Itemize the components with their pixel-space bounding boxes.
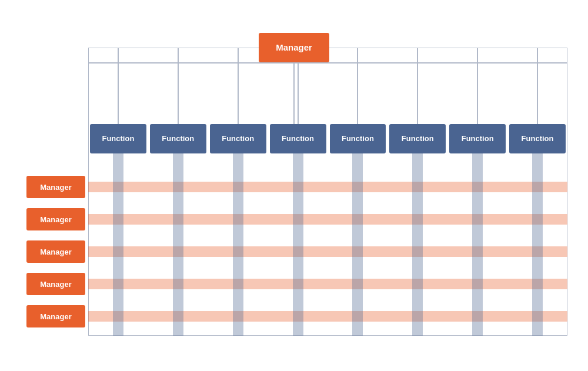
managers-column: ManagerManagerManagerManagerManager [24,171,88,333]
org-chart: Manager FunctionFunctionFunctionFunction… [12,15,576,356]
manager-label-1: Manager [26,208,85,230]
top-manager-label: Manager [276,42,312,52]
bottom-vline-1 [173,153,183,336]
column-lines [88,153,567,336]
function-box-4: Function [330,124,386,153]
bottom-vline-3 [293,153,303,336]
top-vline-5 [417,48,418,124]
manager-label-3: Manager [26,273,85,295]
function-box-7: Function [509,124,566,153]
top-vline-2 [238,48,239,124]
function-box-6: Function [449,124,506,153]
functions-row: FunctionFunctionFunctionFunctionFunction… [88,124,567,153]
top-vline-0 [118,48,119,124]
bottom-vline-0 [113,153,123,336]
top-manager-box: Manager [259,33,329,62]
top-vline-7 [537,48,538,124]
top-vline-1 [178,48,179,124]
function-box-0: Function [90,124,146,153]
manager-label-2: Manager [26,240,85,263]
bottom-vline-2 [233,153,243,336]
manager-box-0: Manager [24,171,88,203]
manager-label-4: Manager [26,305,85,327]
bottom-vline-6 [472,153,483,336]
manager-box-1: Manager [24,203,88,236]
top-vline-4 [357,48,358,124]
bottom-vline-4 [352,153,363,336]
manager-label-0: Manager [26,176,85,198]
bottom-vline-7 [532,153,543,336]
function-box-3: Function [270,124,326,153]
function-box-1: Function [150,124,206,153]
manager-box-2: Manager [24,236,88,268]
manager-box-4: Manager [24,300,88,333]
function-box-2: Function [210,124,266,153]
function-box-5: Function [389,124,446,153]
top-vline-6 [477,48,478,124]
bottom-vline-5 [412,153,423,336]
manager-box-3: Manager [24,268,88,300]
